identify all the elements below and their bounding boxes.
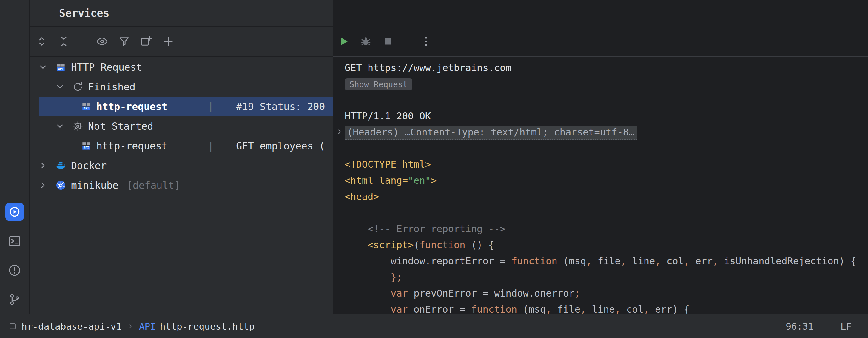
console-text: () { (465, 239, 494, 251)
console-text: function (419, 239, 465, 251)
status-bar: hr-database-api-v1 API http-request.http… (0, 314, 868, 338)
filter-button[interactable] (118, 35, 131, 48)
view-options-button[interactable] (95, 35, 108, 48)
console-line: }; (345, 269, 868, 285)
console-text: col (661, 255, 684, 267)
console-line (345, 140, 868, 156)
status-bar-left: hr-database-api-v1 API http-request.http (8, 321, 254, 332)
console-text: , (644, 304, 649, 314)
file-breadcrumb[interactable]: API http-request.http (139, 321, 254, 332)
open-in-new-tab-button[interactable] (140, 35, 153, 48)
show-request-button[interactable]: Show Request (345, 79, 412, 90)
services-tree: APIHTTP RequestFinishedAPIhttp-request|#… (30, 57, 333, 195)
activity-version-control-button[interactable] (5, 290, 24, 309)
console-line (345, 205, 868, 221)
chevron-right-icon[interactable] (36, 159, 50, 172)
console-line: (Headers) …Content-Type: text/html; char… (345, 124, 868, 140)
tree-item-detail: GET employees ( (236, 140, 325, 152)
run-toolbar (333, 27, 868, 57)
stop-button[interactable] (381, 35, 395, 48)
collapse-all-icon (58, 35, 70, 48)
fold-expander-icon[interactable] (335, 127, 344, 136)
tree-item-label: http-request (96, 140, 167, 152)
tree-item-http-request-2[interactable]: APIhttp-request|#19 Status: 200 (30, 97, 333, 116)
run-request-button[interactable] (337, 35, 350, 48)
file-name: http-request.http (160, 321, 254, 332)
console-text: var (391, 287, 408, 299)
expand-all-button[interactable] (35, 35, 48, 48)
version-control-icon (8, 293, 22, 306)
debug-button[interactable] (359, 35, 372, 48)
console-line: var onError = function (msg, file, line,… (345, 301, 868, 314)
console-text: window.reportError = (391, 255, 512, 267)
tree-item-finished-1[interactable]: Finished (30, 77, 333, 97)
console-text: line (586, 304, 615, 314)
console-line: GET https://www.jetbrains.com (345, 60, 868, 76)
debug-icon (360, 35, 372, 48)
activity-problems-button[interactable] (5, 261, 24, 279)
refresh-icon (72, 81, 84, 93)
tree-item-http-request-4[interactable]: APIhttp-request|GET employees ( (30, 136, 333, 156)
console-text: <!DOCTYPE html> (345, 159, 431, 170)
tree-item-label: Not Started (88, 121, 153, 132)
tree-item-docker-5[interactable]: Docker (30, 156, 333, 176)
console-text: function (512, 255, 557, 267)
services-tree-panel: APIHTTP RequestFinishedAPIhttp-request|#… (30, 27, 333, 314)
tree-item-not-started-3[interactable]: Not Started (30, 116, 333, 136)
activity-terminal-button[interactable] (5, 232, 24, 250)
console-text: function (471, 304, 517, 314)
expand-all-icon (35, 35, 48, 48)
tree-item-suffix: [default] (127, 180, 180, 191)
folded-headers-region[interactable]: (Headers) …Content-Type: text/html; char… (345, 126, 637, 140)
problems-icon (8, 264, 22, 277)
filter-icon (118, 35, 130, 48)
console-line: <head> (345, 188, 868, 205)
console-line: var prevOnError = window.onerror; (345, 285, 868, 301)
console-text (345, 272, 391, 283)
tool-window-header: Services (30, 0, 333, 27)
api-icon: API (55, 61, 67, 73)
project-widget[interactable]: hr-database-api-v1 (8, 321, 122, 332)
console-text: prevOnError = window.onerror (408, 287, 575, 299)
console-line (345, 92, 868, 108)
console-text: , (713, 255, 718, 267)
console-text (345, 287, 391, 299)
chevron-down-icon[interactable] (54, 80, 66, 93)
console-text: (msg (517, 304, 546, 314)
console-text: ; (575, 287, 580, 299)
console-text: err (689, 255, 713, 267)
console-text: <!-- Error reporting --> (368, 223, 505, 235)
terminal-icon (8, 234, 22, 248)
console-line: Show Request (345, 76, 868, 92)
tree-item-http-request-0[interactable]: APIHTTP Request (30, 57, 333, 77)
activity-services-button[interactable] (5, 203, 24, 221)
chevron-down-icon[interactable] (36, 61, 50, 74)
add-service-button[interactable] (162, 35, 175, 48)
services-icon (8, 205, 22, 219)
tool-window-title: Services (59, 7, 110, 19)
collapse-all-button[interactable] (57, 35, 70, 48)
more-options-button[interactable] (420, 35, 433, 48)
console-text: line (626, 255, 655, 267)
docker-icon (55, 160, 67, 172)
svg-text:API: API (84, 106, 89, 110)
chevron-right-icon[interactable] (36, 179, 50, 192)
console-text: , (586, 255, 592, 267)
api-icon: API (80, 140, 92, 152)
console-text: , (621, 255, 626, 267)
console-text: ( (413, 239, 419, 251)
response-console: GET https://www.jetbrains.comShow Reques… (333, 57, 868, 314)
console-text (345, 239, 368, 251)
console-text: GET https://www.jetbrains.com (345, 62, 512, 73)
stop-icon (382, 35, 394, 48)
console-text: <script> (368, 239, 413, 251)
tree-item-minikube-6[interactable]: minikube[default] (30, 176, 333, 195)
tree-item-detail: #19 Status: 200 (236, 101, 325, 113)
console-text: onError = (408, 304, 471, 314)
caret-position-widget[interactable]: 96:31 (786, 321, 813, 332)
add-service-icon (162, 35, 175, 48)
console-text: }; (391, 272, 402, 283)
chevron-down-icon[interactable] (54, 120, 66, 133)
line-separator-widget[interactable]: LF (841, 321, 851, 332)
console-text: , (580, 304, 586, 314)
